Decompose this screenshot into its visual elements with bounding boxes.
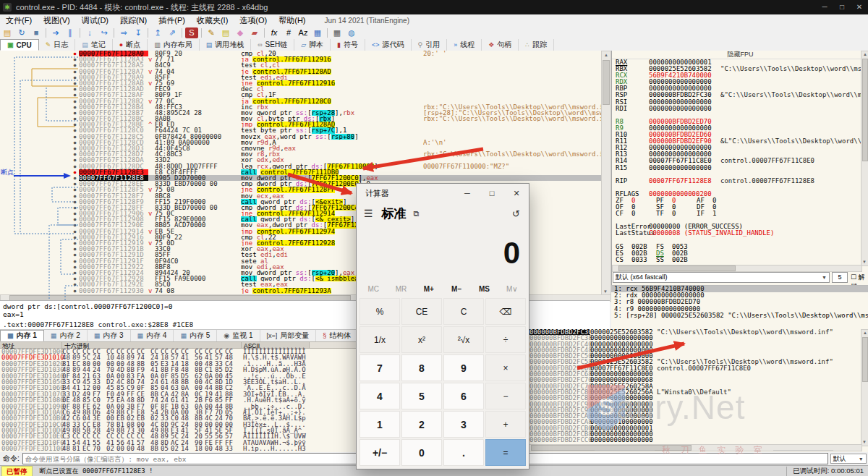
menu-item-2[interactable]: 调试(D)	[76, 14, 114, 27]
tab-调用堆栈[interactable]: ▤调用堆栈	[200, 39, 252, 51]
patch-icon[interactable]: ✎	[205, 27, 218, 38]
register-row[interactable]: RDI0000000000000000	[612, 106, 868, 112]
history-icon[interactable]: ↺	[512, 208, 520, 219]
argument-row[interactable]: 3: r8 000000BFDBD2ED70	[611, 299, 868, 305]
calc-key-0[interactable]: 0	[401, 439, 442, 466]
row-dot[interactable]: ●	[71, 234, 79, 240]
calc-maximize-button[interactable]: □	[480, 184, 504, 203]
calc-key-1[interactable]: 1	[359, 411, 400, 438]
step-over-icon[interactable]: ↪	[98, 27, 111, 38]
register-row[interactable]: RFLAGS0000000000000200	[612, 191, 868, 197]
calc-key-÷[interactable]: ÷	[485, 326, 526, 353]
row-dot[interactable]: ●	[71, 157, 79, 163]
calc-key-CE[interactable]: CE	[401, 298, 442, 325]
run-to-user-code-icon[interactable]: ⇗	[166, 27, 179, 38]
argument-row[interactable]: 1: rcx 56B9F4210B740000	[611, 286, 868, 292]
menu-item-0[interactable]: 文件(F)	[0, 14, 38, 27]
argument-row[interactable]: 5: [rsp+28] 0000025E52603582 "C:\\Users\…	[611, 313, 868, 319]
calc-key-+/−[interactable]: +/−	[359, 439, 400, 466]
breakpoint-dot[interactable]: ●	[71, 51, 79, 56]
calculator-icon[interactable]: ▦	[331, 27, 344, 38]
register-row[interactable]: RIP00007FF67F1128E8control.00007FF67F112…	[612, 178, 868, 184]
row-dot[interactable]: ●	[71, 134, 79, 140]
row-dot[interactable]: ●	[71, 216, 79, 222]
tab-线程[interactable]: »线程	[447, 39, 482, 51]
register-row[interactable]: GS002BFS0053	[612, 244, 868, 250]
calc-key-7[interactable]: 7	[359, 354, 400, 381]
register-row[interactable]: R150000000000000000	[612, 165, 868, 171]
memory-key-MC[interactable]: MC	[359, 284, 387, 295]
row-dot[interactable]: ●	[71, 86, 79, 92]
menu-item-1[interactable]: 视图(V)	[38, 14, 76, 27]
calc-key-²√x[interactable]: ²√x	[443, 326, 484, 353]
row-dot[interactable]: ●	[71, 252, 79, 258]
tab-内存 1[interactable]: ▦内存 1	[0, 330, 44, 341]
row-dot[interactable]: ●	[71, 175, 79, 181]
memory-key-M+[interactable]: M+	[415, 284, 443, 295]
memory-key-MS[interactable]: MS	[470, 284, 498, 295]
tab-局部变量[interactable]: [x=]局部变量	[260, 330, 317, 341]
argument-row[interactable]: 4: r9 0000000000000000	[611, 306, 868, 313]
calc-key-=[interactable]: =	[485, 439, 526, 466]
tab-内存 3[interactable]: ▦内存 3	[88, 330, 131, 341]
row-dot[interactable]: ●	[71, 258, 79, 264]
eraser-icon[interactable]: ▰	[248, 27, 261, 38]
comment-icon[interactable]: ▤	[219, 27, 232, 38]
row-dot[interactable]: ●	[71, 127, 79, 133]
calc-key-1/x[interactable]: 1/x	[359, 326, 400, 353]
stack-vscrollbar[interactable]: ▲ ▼	[861, 329, 868, 446]
row-dot[interactable]: ●	[71, 281, 79, 287]
close-button[interactable]: ✕	[851, 0, 868, 14]
row-dot[interactable]: ●	[71, 246, 79, 252]
calc-key-+[interactable]: +	[485, 411, 526, 438]
tab-脚本[interactable]: ▱脚本	[294, 39, 331, 51]
tab-跟踪[interactable]: ∴跟踪	[519, 39, 554, 51]
compatibility-icon[interactable]: ◍	[345, 27, 358, 38]
disasm-vscrollbar[interactable]: ▲ ▼	[601, 51, 611, 296]
row-dot[interactable]: ●	[71, 288, 79, 294]
row-dot[interactable]: ●	[71, 56, 79, 62]
tab-内存 2[interactable]: ▦内存 2	[44, 330, 88, 341]
calc-close-button[interactable]: ✕	[504, 184, 529, 203]
row-dot[interactable]: ●	[71, 151, 79, 157]
log-icon[interactable]: S	[185, 27, 198, 38]
hash-icon[interactable]: #	[282, 27, 295, 38]
calc-key-−[interactable]: −	[485, 383, 526, 409]
row-dot[interactable]: ●	[71, 69, 79, 75]
calc-key-3[interactable]: 3	[443, 411, 484, 438]
run-to-selection-icon[interactable]: ⇒	[117, 27, 130, 38]
calling-convention-select[interactable]: 默认 (x64 fastcall)▼	[613, 272, 830, 283]
calc-key-%[interactable]: %	[359, 298, 400, 325]
tab-内存 4[interactable]: ▦内存 4	[131, 330, 174, 341]
stack-row[interactable]: 000000BFDBD2FCC00000000000000000	[529, 437, 868, 443]
row-dot[interactable]: ●	[71, 104, 79, 110]
breakpoint-dot[interactable]: ●	[71, 169, 79, 175]
tab-监视 1[interactable]: ◉监视 1	[217, 330, 260, 341]
tab-笔记[interactable]: ▤笔记	[75, 39, 113, 51]
calc-minimize-button[interactable]: ─	[455, 184, 480, 203]
row-dot[interactable]: ●	[71, 187, 79, 192]
tab-CPU[interactable]: ▣CPU	[0, 39, 39, 51]
calc-key-2[interactable]: 2	[401, 411, 442, 438]
row-dot[interactable]: ●	[71, 205, 79, 211]
row-dot[interactable]: ●	[71, 276, 79, 281]
tab-结构体[interactable]: §结构体	[316, 330, 358, 341]
calc-key-4[interactable]: 4	[359, 383, 400, 409]
highlight-icon[interactable]: ◆	[234, 27, 247, 38]
step-into-icon[interactable]: ↓	[83, 27, 96, 38]
row-dot[interactable]: ●	[71, 270, 79, 276]
row-dot[interactable]: ●	[71, 62, 79, 68]
row-dot[interactable]: ●	[71, 122, 79, 127]
arg-depth-stepper[interactable]: 5	[832, 272, 848, 283]
row-dot[interactable]: ●	[71, 193, 79, 199]
stack-hscrollbar[interactable]	[529, 444, 862, 451]
memory-map-icon[interactable]: ▦	[311, 27, 324, 38]
hamburger-menu-icon[interactable]: ☰	[364, 208, 373, 219]
calc-key-⌫[interactable]: ⌫	[485, 298, 526, 325]
tab-源代码[interactable]: <>源代码	[365, 39, 412, 51]
row-dot[interactable]: ●	[71, 98, 79, 104]
registers-hscrollbar[interactable]	[612, 265, 862, 272]
register-row[interactable]: ZF0PF0AF0	[612, 197, 868, 204]
row-dot[interactable]: ●	[71, 75, 79, 80]
tab-内存 5[interactable]: ▦内存 5	[174, 330, 217, 341]
